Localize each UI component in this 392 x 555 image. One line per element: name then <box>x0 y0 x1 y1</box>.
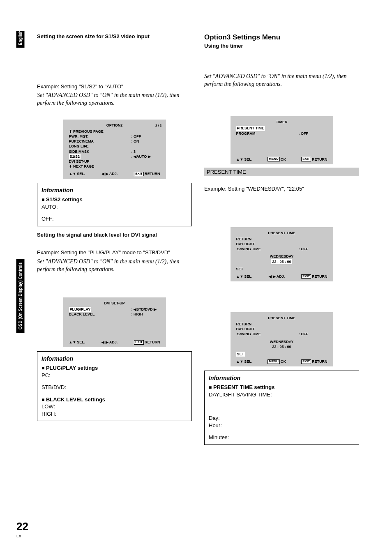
osd-timer-ok: MENUOK <box>267 157 286 162</box>
heading-dvi: Setting the signal and black level for D… <box>37 231 192 239</box>
osd-present-1: PRESENT TIME RETURN DAYLIGHT SAVING TIME… <box>231 227 333 281</box>
osd-dvi-black-val: : HIGH <box>131 312 160 317</box>
osd-p1-adj: ◀ ▶ADJ. <box>269 274 285 279</box>
info-pt-hour: Hour: <box>209 422 355 429</box>
right-column: Option3 Settings Menu Using the timer Se… <box>204 33 359 445</box>
info-pt-dst: DAYLIGHT SAVING TIME: <box>209 391 355 398</box>
sidebar-language-tab: English <box>16 31 25 48</box>
osd-p1-exit: EXITRETURN <box>301 274 327 279</box>
osd-p1-sel: ▲▼SEL. <box>236 274 253 279</box>
left-column: Setting the screen size for S1/S2 video … <box>37 33 192 445</box>
osd-p2-sel: ▲▼SEL. <box>236 359 253 364</box>
osd-timer-sel: ▲▼SEL. <box>236 157 253 162</box>
sidebar-osd-tab: OSD (On Screen Display) Controls <box>16 259 25 333</box>
osd-footer-adj: ◀ ▶ADJ. <box>101 171 118 176</box>
info-dvi-sub1: ■ PLUG/PLAY settings <box>42 364 187 372</box>
osd-row-side-val: : 3 <box>131 149 160 154</box>
info-pc: PC: <box>42 372 187 379</box>
osd-p1-set: SET <box>236 267 244 272</box>
osd-timer: TIMER PRESENT TIME PROGRAM: OFF ▲▼SEL. M… <box>231 116 333 164</box>
info-s1s2: Information ■ S1/S2 settings AUTO: OFF: <box>37 183 192 226</box>
osd-dvi-sel: ▲▼SEL. <box>69 340 85 345</box>
osd-dvi-title: DVI SET-UP <box>67 301 162 306</box>
info-pt-min: Minutes: <box>209 434 355 441</box>
example-dvi: Example: Setting the "PLUG/PLAY" mode to… <box>37 249 192 256</box>
info-stb: STB/DVD: <box>42 384 187 391</box>
osd-dvi-black-label: BLACK LEVEL <box>69 312 95 317</box>
osd-row-s1s2-label: S1/S2 <box>69 154 81 159</box>
osd-dvi-adj: ◀ ▶ADJ. <box>101 340 118 345</box>
osd-title: OPTION2 <box>106 123 123 128</box>
osd-row-s1s2-val: : ◀AUTO ▶ <box>131 154 160 159</box>
osd-p1-time: 22 : 05 : 00 <box>271 259 292 264</box>
heading-timer: Using the timer <box>204 42 359 50</box>
note-dvi: Set "ADVANCED OSD" to "ON" in the main m… <box>37 258 192 274</box>
osd-option2: OPTION2 2 / 3 ⬆ PREVIOUS PAGE PWR. MGT.:… <box>63 120 166 179</box>
osd-timer-exit: EXITRETURN <box>301 157 327 162</box>
osd-dvi-exit: EXITRETURN <box>134 340 160 345</box>
osd-footer-exit: EXITRETURN <box>134 171 160 176</box>
osd-dvi-plug-label: PLUG/PLAY <box>69 307 92 312</box>
osd-row-long-label: LONG LIFE <box>69 144 89 149</box>
info-dvi: Information ■ PLUG/PLAY settings PC: STB… <box>37 351 192 421</box>
osd-row-pwr-label: PWR. MGT. <box>69 134 89 139</box>
osd-footer-sel: ▲▼SEL. <box>69 171 85 176</box>
osd-row-pure-val: : ON <box>131 139 160 144</box>
osd-p1-dl1: DAYLIGHT <box>236 242 255 246</box>
osd-page: 2 / 3 <box>122 124 161 128</box>
info-auto: AUTO: <box>42 203 187 211</box>
osd-timer-title: TIMER <box>235 120 329 124</box>
osd-dvi: DVI SET-UP PLUG/PLAY: ◀STB/DVD ▶ BLACK L… <box>63 297 166 348</box>
osd-p2-return: RETURN <box>236 322 252 327</box>
osd-p2-time: 22 : 05 : 00 <box>235 344 329 349</box>
note-s1s2: Set "ADVANCED OSD" to "ON" in the main m… <box>37 92 192 107</box>
osd-p2-dlval: : OFF <box>299 332 327 336</box>
info-low: LOW: <box>42 403 187 410</box>
osd-row-pure-label: PURECINEMA <box>69 139 94 144</box>
osd-p1-title: PRESENT TIME <box>235 230 329 235</box>
info-dvi-sub2: ■ BLACK LEVEL settings <box>42 396 187 403</box>
osd-next: ⬇ NEXT PAGE <box>69 164 95 169</box>
info-present-time: Information ■ PRESENT TIME settings DAYL… <box>204 371 359 445</box>
osd-p2-dl1: DAYLIGHT <box>236 327 255 332</box>
osd-p2-title: PRESENT TIME <box>235 315 329 320</box>
info-sub: ■ S1/S2 settings <box>42 196 187 203</box>
osd-timer-program: PROGRAM <box>236 131 256 136</box>
info-off: OFF: <box>42 215 187 223</box>
osd-timer-present: PRESENT TIME <box>236 126 265 131</box>
example-s1s2: Example: Setting "S1/S2" to "AUTO" <box>37 83 192 90</box>
info-pt-sub: ■ PRESENT TIME settings <box>209 384 355 391</box>
info-title: Information <box>42 187 187 194</box>
osd-present-2: PRESENT TIME RETURN DAYLIGHT SAVING TIME… <box>231 312 333 366</box>
osd-row-side-label: SIDE MASK <box>69 149 90 154</box>
osd-row-dvi-label: DVI SET-UP <box>69 159 90 164</box>
osd-p1-dlval: : OFF <box>299 246 327 251</box>
osd-p1-return: RETURN <box>236 237 252 242</box>
osd-p1-day: WEDNESDAY <box>235 254 329 259</box>
osd-p2-day: WEDNESDAY <box>235 339 329 344</box>
caption-present-time: PRESENT TIME <box>204 168 359 177</box>
info-pt-day: Day: <box>209 415 355 422</box>
info-pt-title: Information <box>209 374 355 382</box>
info-high: HIGH: <box>42 410 187 418</box>
osd-p2-exit: EXITRETURN <box>301 359 327 364</box>
osd-p2-set: SET <box>236 352 245 357</box>
page-number: 22 En <box>16 519 28 539</box>
info-dvi-title: Information <box>42 355 187 363</box>
heading-s1s2: Setting the screen size for S1/S2 video … <box>37 33 192 40</box>
osd-p1-dl2: SAVING TIME <box>236 246 261 251</box>
osd-prev: ⬆ PREVIOUS PAGE <box>69 129 104 134</box>
osd-dvi-plug-val: : ◀STB/DVD ▶ <box>131 307 160 312</box>
osd-p2-dl2: SAVING TIME <box>236 332 261 336</box>
note-timer: Set "ADVANCED OSD" to "ON" in the main m… <box>204 73 359 88</box>
page-content: Setting the screen size for S1/S2 video … <box>37 33 360 445</box>
heading-option3: Option3 Settings Menu <box>204 33 359 42</box>
osd-row-pwr-val: : OFF <box>131 134 160 139</box>
osd-timer-program-val: : OFF <box>299 131 327 136</box>
example-wednesday: Example: Setting "WEDNESDAY", "22:05" <box>204 185 359 193</box>
osd-p2-ok: MENUOK <box>267 359 286 364</box>
